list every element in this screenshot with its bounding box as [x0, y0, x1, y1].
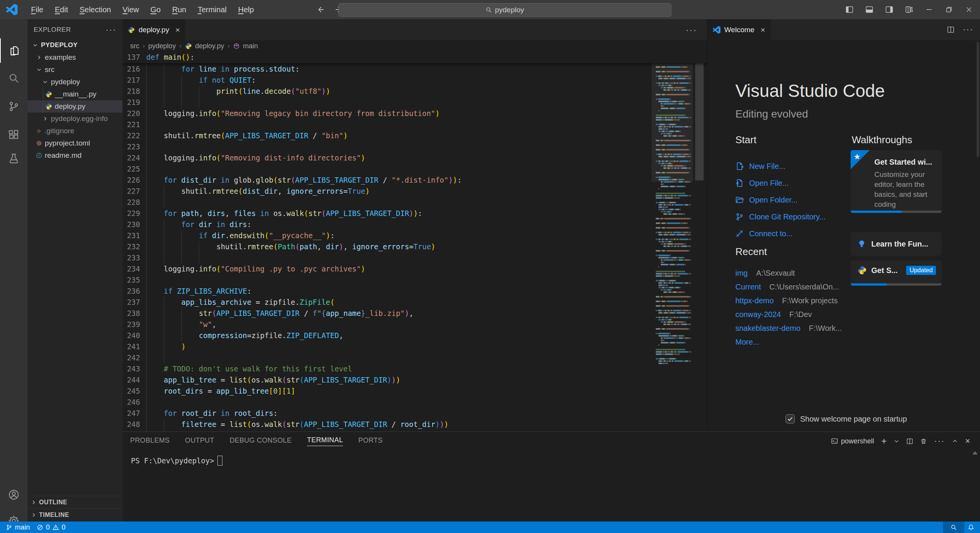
- tab-welcome[interactable]: Welcome ×: [707, 19, 771, 40]
- tree-item-pyproject-toml[interactable]: pyproject.toml: [28, 137, 131, 149]
- walkthrough-card-learn[interactable]: Learn the Fun...: [851, 232, 942, 256]
- extensions-activity-icon[interactable]: [0, 123, 28, 147]
- recent-img[interactable]: imgA:\Sexvault: [735, 266, 842, 280]
- menu-edit[interactable]: Edit: [50, 4, 73, 16]
- start-open-file[interactable]: Open File...: [735, 175, 826, 191]
- tree-root-pydeploy[interactable]: PYDEPLOY: [28, 39, 127, 51]
- split-editor-icon[interactable]: [947, 26, 954, 33]
- menu-terminal[interactable]: Terminal: [193, 4, 232, 16]
- minimize-icon[interactable]: [921, 2, 937, 17]
- terminal-prompt-line[interactable]: PS F:\Dev\pydeploy>: [131, 456, 222, 466]
- more-actions-icon[interactable]: ···: [963, 25, 973, 34]
- testing-activity-icon[interactable]: [0, 146, 28, 171]
- problems-status-item[interactable]: 0 0: [33, 522, 69, 533]
- breadcrumb[interactable]: src›pydeploy›deploy.py›main: [130, 40, 258, 52]
- menu-run[interactable]: Run: [167, 4, 191, 16]
- connect-icon: [735, 229, 744, 238]
- branch-name: main: [15, 523, 30, 531]
- kill-terminal-icon[interactable]: [920, 438, 927, 445]
- screencast-zoom-item[interactable]: [943, 522, 964, 533]
- vscode-logo-icon: [6, 4, 18, 15]
- toggle-sidebar-icon[interactable]: [841, 2, 858, 17]
- editor-scrollbar[interactable]: [695, 53, 704, 180]
- toggle-secondary-sidebar-icon[interactable]: [881, 2, 897, 17]
- explorer-more-icon[interactable]: ···: [106, 25, 116, 35]
- close-panel-icon[interactable]: ×: [965, 436, 970, 446]
- recent-snakeblaster-demo[interactable]: snakeblaster-demoF:\Work...: [735, 321, 842, 335]
- breadcrumb-item-src[interactable]: src: [130, 42, 139, 50]
- tree-item-pydeploy-egg-info[interactable]: pydeploy.egg-info: [28, 113, 137, 125]
- welcome-scrollbar[interactable]: [977, 42, 979, 157]
- branch-status-item[interactable]: main: [2, 522, 33, 533]
- terminal-scroll-arrow-icon[interactable]: [972, 451, 978, 455]
- recent-httpx-demo[interactable]: httpx-demoF:\Work projects: [735, 294, 842, 307]
- code-line-245: 245root_dirs = app_lib_tree[0][1]: [122, 386, 707, 397]
- tree-item-src[interactable]: src: [28, 64, 131, 76]
- section-timeline[interactable]: TIMELINE: [28, 508, 122, 521]
- panel-tab-bar: PROBLEMSOUTPUTDEBUG CONSOLETERMINALPORTS: [130, 432, 383, 450]
- panel-tab-debug-console[interactable]: DEBUG CONSOLE: [230, 437, 292, 446]
- code-line-221: 221: [122, 119, 707, 130]
- code-editor[interactable]: 216for line in process.stdout:217if not …: [122, 52, 707, 432]
- sticky-scroll-line[interactable]: 137def main():: [122, 52, 707, 63]
- back-icon[interactable]: [316, 5, 325, 14]
- breadcrumb-item-main[interactable]: main: [243, 42, 258, 50]
- editor-actions-more-icon[interactable]: ···: [686, 25, 697, 35]
- recent-more[interactable]: More...: [735, 335, 842, 349]
- minimap[interactable]: [653, 52, 691, 365]
- maximize-panel-icon[interactable]: [952, 438, 958, 444]
- split-terminal-icon[interactable]: [906, 438, 913, 445]
- panel-tab-output[interactable]: OUTPUT: [185, 437, 214, 446]
- source-control-activity-icon[interactable]: [0, 94, 28, 119]
- search-activity-icon[interactable]: [0, 66, 28, 90]
- breadcrumb-item-deploy-py[interactable]: deploy.py: [195, 42, 224, 50]
- explorer-activity-icon[interactable]: [0, 38, 28, 63]
- tree-item-pydeploy[interactable]: pydeploy: [28, 76, 137, 88]
- walkthrough-card-get-started[interactable]: ★ Get Started wi... Customize your edito…: [851, 150, 942, 213]
- section-outline[interactable]: OUTLINE: [28, 496, 122, 508]
- customize-layout-icon[interactable]: [901, 2, 917, 17]
- code-line-240: 240compression=zipfile.ZIP_DEFLATED,: [122, 330, 707, 341]
- tree-item--gitignore[interactable]: .gitignore: [28, 125, 131, 137]
- panel-tab-ports[interactable]: PORTS: [358, 437, 383, 446]
- recent-current[interactable]: CurrentC:\Users\serda\On...: [735, 280, 842, 294]
- account-activity-icon[interactable]: [0, 482, 28, 507]
- start-clone-git-repository[interactable]: Clone Git Repository...: [735, 208, 826, 225]
- notifications-item[interactable]: [964, 522, 978, 533]
- toggle-panel-icon[interactable]: [861, 2, 877, 17]
- menu-file[interactable]: File: [26, 4, 48, 16]
- restore-icon[interactable]: [941, 2, 957, 17]
- start-new-file[interactable]: New File...: [735, 158, 826, 175]
- breadcrumb-item-pydeploy[interactable]: pydeploy: [148, 42, 176, 50]
- terminal-dropdown-icon[interactable]: [894, 438, 899, 444]
- menu-selection[interactable]: Selection: [75, 4, 116, 16]
- errors-icon: [37, 524, 43, 531]
- start-connect-to[interactable]: Connect to...: [735, 225, 826, 242]
- startup-checkbox[interactable]: [786, 414, 795, 423]
- warnings-icon: [52, 524, 59, 531]
- menu-go[interactable]: Go: [145, 4, 166, 16]
- python-icon: [858, 266, 867, 275]
- menu-help[interactable]: Help: [233, 4, 259, 16]
- close-window-icon[interactable]: [961, 2, 977, 17]
- tab-deploy-py[interactable]: deploy.py ×: [122, 19, 185, 40]
- tree-item-examples[interactable]: examples: [28, 51, 131, 64]
- command-center-search[interactable]: pydeploy: [338, 3, 671, 17]
- tree-item-readme-md[interactable]: readme.md: [28, 149, 131, 162]
- menu-view[interactable]: View: [118, 4, 144, 16]
- terminal-cursor: [217, 456, 222, 466]
- panel-tab-terminal[interactable]: TERMINAL: [307, 436, 343, 446]
- close-tab-icon[interactable]: ×: [761, 25, 765, 34]
- explorer-title: EXPLORER: [34, 26, 71, 34]
- panel-tab-problems[interactable]: PROBLEMS: [130, 437, 170, 446]
- panel-more-icon[interactable]: ···: [934, 436, 945, 446]
- activity-bar: [0, 19, 28, 522]
- code-line-243: 243# TODO: don't use walk for this first…: [122, 363, 707, 374]
- start-open-folder[interactable]: Open Folder...: [735, 191, 826, 208]
- new-terminal-icon[interactable]: +: [881, 436, 887, 446]
- walkthrough-card-get-started-python[interactable]: Get S... Updated: [851, 260, 942, 286]
- recent-conway-2024[interactable]: conway-2024F:\Dev: [735, 307, 842, 321]
- close-tab-icon[interactable]: ×: [175, 25, 180, 34]
- terminal-shell-item[interactable]: powershell: [831, 437, 874, 445]
- code-line-226: 226for dist_dir in glob.glob(str(APP_LIB…: [122, 175, 707, 186]
